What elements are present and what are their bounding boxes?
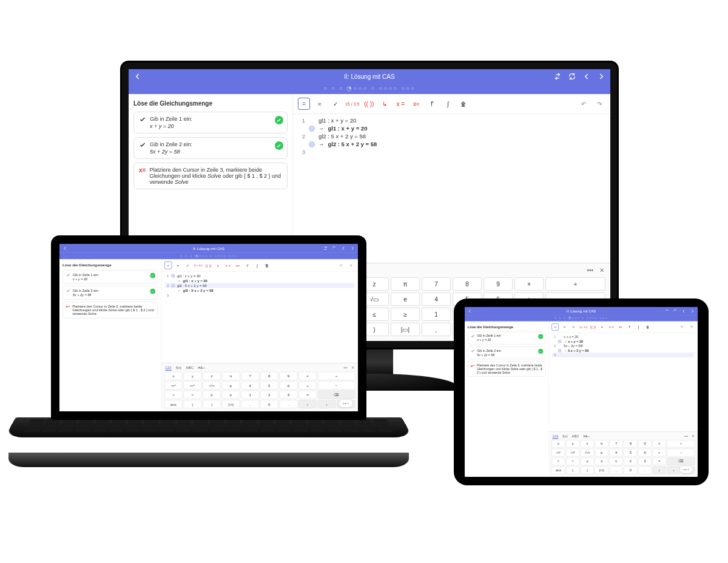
chevron-left-icon[interactable] [681, 309, 686, 314]
key[interactable]: > [183, 391, 201, 399]
key[interactable]: 5 [260, 381, 278, 389]
tool-factor[interactable]: 15 / 3·5 [345, 98, 359, 110]
key[interactable]: ) [581, 467, 594, 474]
tool-check[interactable]: ✓ [329, 98, 342, 110]
key[interactable]: √▭ [203, 381, 221, 389]
key[interactable]: ) [203, 400, 221, 408]
tool-approx[interactable]: ≈ [314, 98, 326, 110]
key[interactable]: y [566, 440, 579, 448]
swap-icon[interactable] [323, 246, 328, 251]
key[interactable]: 2 [260, 391, 278, 399]
redo-icon[interactable]: ↷ [593, 98, 605, 110]
key[interactable]: ≥ [595, 457, 608, 465]
chevron-left-icon[interactable] [582, 72, 591, 81]
key[interactable]: ▭² [164, 381, 183, 389]
key-div[interactable]: ÷ [545, 277, 605, 291]
tool-solve[interactable]: x = [394, 98, 406, 110]
chevron-right-icon[interactable] [690, 309, 695, 314]
tool-subst[interactable]: ↳ [379, 98, 391, 110]
undo-icon[interactable]: ↶ [578, 98, 590, 110]
key[interactable]: π [595, 440, 608, 448]
hint-fab[interactable]: ⊶ ! [679, 465, 693, 473]
key[interactable]: ▭ⁿ [183, 381, 201, 389]
key[interactable]: ans [551, 467, 565, 474]
key[interactable]: › [318, 400, 336, 408]
key[interactable]: π [222, 372, 240, 380]
key[interactable]: |▭| [222, 400, 240, 408]
key[interactable]: e [595, 449, 608, 457]
key[interactable]: z [203, 372, 221, 380]
key[interactable]: < [164, 391, 183, 399]
key-mul[interactable]: × [514, 277, 544, 291]
key[interactable]: ÷ [667, 440, 695, 448]
bullet-icon[interactable] [309, 126, 315, 132]
key[interactable]: 7 [241, 372, 259, 380]
chevron-right-icon[interactable] [349, 246, 355, 251]
key[interactable]: › [667, 467, 681, 474]
back-icon[interactable] [468, 309, 473, 314]
bullet-icon[interactable] [309, 141, 315, 147]
key-4[interactable]: 4 [422, 292, 451, 306]
tool-expand[interactable]: (( )) [363, 98, 375, 110]
key[interactable]: < [551, 457, 565, 465]
key[interactable]: , [609, 467, 622, 474]
key[interactable]: √▭ [581, 449, 594, 457]
refresh-icon[interactable] [673, 309, 678, 314]
key[interactable]: ( [183, 400, 201, 408]
key[interactable]: , [241, 400, 259, 408]
key-9[interactable]: 9 [484, 277, 513, 291]
key[interactable]: 3 [279, 391, 297, 399]
key[interactable]: > [566, 457, 579, 465]
back-icon[interactable] [133, 72, 142, 81]
key[interactable]: |▭| [595, 467, 608, 474]
key[interactable]: ans [164, 400, 183, 408]
tool-derivative[interactable]: f' [426, 98, 438, 110]
key[interactable]: 2 [624, 457, 637, 465]
kb-close-icon[interactable]: ✕ [599, 267, 604, 274]
key[interactable]: 4 [609, 449, 622, 457]
key[interactable]: ≥ [222, 391, 240, 399]
chevron-left-icon[interactable] [341, 246, 346, 251]
key[interactable]: ÷ [318, 372, 355, 380]
key[interactable]: e [222, 381, 240, 389]
key[interactable]: 9 [279, 372, 297, 380]
key[interactable]: 3 [638, 457, 652, 465]
key[interactable]: 6 [279, 381, 297, 389]
key[interactable]: 6 [638, 449, 652, 457]
key[interactable]: ( [566, 467, 579, 474]
key[interactable]: 7 [609, 440, 622, 448]
key[interactable]: ‹ [298, 400, 317, 408]
tool-integral[interactable]: ∫ [442, 98, 454, 110]
key-8[interactable]: 8 [453, 277, 482, 291]
key[interactable]: . [638, 467, 652, 474]
key[interactable]: = [298, 391, 317, 399]
tool-delete[interactable]: 🗑 [457, 98, 470, 110]
key[interactable]: 0 [624, 467, 637, 474]
key[interactable]: ⌫ [667, 457, 695, 465]
key-1[interactable]: 1 [422, 308, 451, 321]
key[interactable]: + [653, 449, 666, 457]
key[interactable]: × [653, 440, 666, 448]
refresh-icon[interactable] [568, 72, 576, 81]
key[interactable]: ≤ [203, 391, 221, 399]
swap-icon[interactable] [553, 72, 562, 81]
key[interactable]: 5 [624, 449, 637, 457]
key[interactable]: x [551, 440, 565, 448]
key-comma[interactable]: , [422, 323, 451, 336]
key[interactable]: = [653, 457, 666, 465]
key[interactable]: 9 [638, 440, 652, 448]
kb-more-icon[interactable]: ••• [587, 267, 593, 274]
key[interactable]: − [318, 381, 355, 389]
key[interactable]: 1 [241, 391, 259, 399]
key[interactable]: . [279, 400, 297, 408]
key[interactable]: 4 [241, 381, 259, 389]
key[interactable]: ⌫ [318, 391, 355, 399]
key[interactable]: z [581, 440, 594, 448]
key[interactable]: 8 [624, 440, 637, 448]
key[interactable]: x [164, 372, 183, 380]
back-icon[interactable] [62, 246, 68, 251]
key[interactable]: y [183, 372, 201, 380]
hint-fab[interactable]: ⊶ ! [339, 399, 352, 408]
refresh-icon[interactable] [332, 246, 337, 251]
key[interactable]: ▭ⁿ [566, 449, 579, 457]
